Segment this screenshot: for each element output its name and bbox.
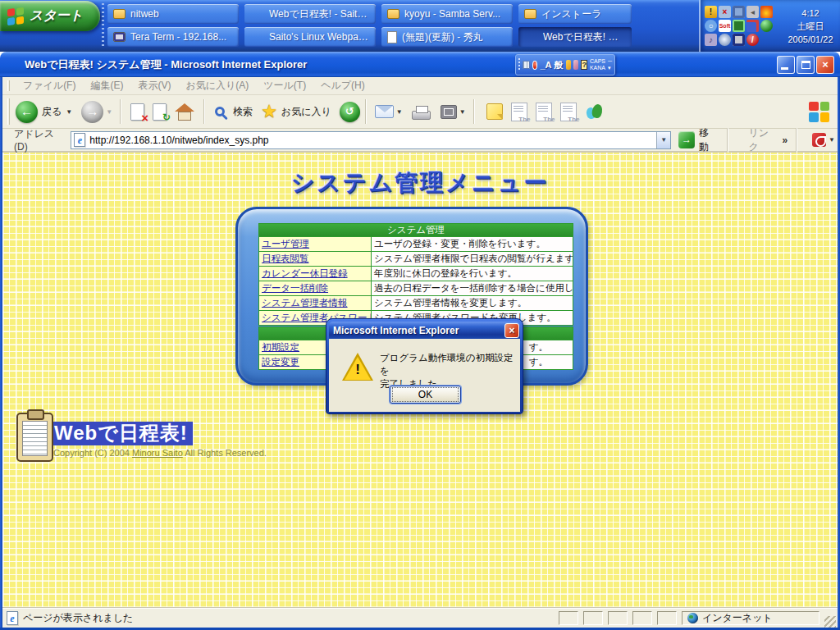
address-input[interactable]: e http://192.168.1.10/nitweb/index_sys.p… <box>71 131 671 149</box>
history-button[interactable]: ↺ <box>340 102 360 122</box>
sticky-note-button[interactable] <box>486 103 503 120</box>
translate-the-icon-3[interactable] <box>560 103 577 121</box>
adobe-pdf-icon[interactable] <box>812 133 826 147</box>
table-row-desc-cell: ユーザの登録・変更・削除を行います。 <box>372 237 573 251</box>
link-user-management[interactable]: ユーザ管理 <box>262 239 309 249</box>
taskbar-button-hidemaru[interactable]: (無題)(更新) - 秀丸 <box>381 27 513 47</box>
favorites-star-icon[interactable]: ★ <box>261 103 277 121</box>
mail-button[interactable] <box>375 105 394 118</box>
display-monitor-icon[interactable] <box>733 20 745 32</box>
link-initial-settings[interactable]: 初期設定 <box>262 342 299 352</box>
link-bulk-delete[interactable]: データ一括削除 <box>262 283 328 293</box>
link-schedule-view[interactable]: 日程表閲覧 <box>262 253 309 263</box>
dialog-titlebar[interactable]: Microsoft Internet Explorer × <box>329 322 520 339</box>
flame-alert-icon[interactable] <box>760 6 773 18</box>
taskbar-button-saitos-linux-webpage[interactable]: Saito's Linux Webpag... <box>244 27 376 47</box>
audio-device-icon[interactable]: ♪ <box>705 34 717 46</box>
link-admin-info[interactable]: システム管理者情報 <box>262 298 348 308</box>
mail-dropdown[interactable]: ▼ <box>396 108 403 116</box>
search-label[interactable]: 検索 <box>233 105 253 119</box>
link-calendar-holiday[interactable]: カレンダー休日登録 <box>262 268 348 278</box>
zone-label: インターネット <box>702 611 773 625</box>
menu-view[interactable]: 表示(V) <box>130 76 178 95</box>
table-header: システム管理 <box>259 224 573 236</box>
taskbar: スタート nitweb Webで日程表! - Saito... kyoyu - … <box>0 0 840 52</box>
volume-icon[interactable]: ◂ <box>746 6 759 18</box>
taskbar-button-teraterm[interactable]: Tera Term - 192.168... <box>107 27 239 47</box>
translate-the-icon-1[interactable] <box>511 103 527 121</box>
resize-dropdown[interactable]: ▼ <box>459 108 466 116</box>
ime-palette-icon[interactable] <box>566 60 571 70</box>
forward-dropdown[interactable]: ▼ <box>106 108 112 116</box>
taskbar-button-nitweb[interactable]: nitweb <box>107 4 239 24</box>
favorites-label[interactable]: お気に入り <box>281 105 331 119</box>
dialog-ok-button[interactable]: OK <box>390 386 461 404</box>
messenger-button[interactable] <box>585 103 604 121</box>
status-green-ball-icon[interactable] <box>760 20 773 32</box>
menu-tools[interactable]: ツール(T) <box>256 76 313 95</box>
forward-button[interactable]: → <box>81 101 103 123</box>
blocked-sign-icon[interactable]: / <box>746 34 759 46</box>
minimize-button[interactable] <box>777 56 795 74</box>
soft-updater-icon[interactable]: Soft <box>719 20 731 32</box>
keyboard-icon[interactable] <box>523 61 530 69</box>
back-label[interactable]: 戻る <box>42 105 62 119</box>
address-dropdown[interactable]: ▼ <box>656 132 670 148</box>
taskbar-button-installer[interactable]: インストーラ <box>518 4 632 24</box>
resize-page-button[interactable] <box>441 105 457 119</box>
author-link[interactable]: Minoru Saito <box>132 448 183 458</box>
back-button[interactable]: ← <box>16 101 38 123</box>
ime-caps-kana: CAPSKANA <box>590 58 605 71</box>
print-button[interactable] <box>412 111 431 120</box>
links-label: リンク <box>748 126 777 154</box>
search-magnifier-icon[interactable]: ○ <box>705 20 717 32</box>
ime-status-icon[interactable] <box>532 61 538 70</box>
taskbar-button-kyoyu-samba[interactable]: kyoyu - Samba Serv... <box>381 4 513 24</box>
stop-button[interactable]: × <box>130 103 144 121</box>
pdf-dropdown[interactable]: ▼ <box>829 136 835 144</box>
ime-pad-icon[interactable] <box>573 60 578 70</box>
security-shield-icon[interactable]: ! <box>705 6 717 18</box>
ime-help-icon[interactable]: ? <box>581 60 587 70</box>
search-icon[interactable] <box>215 107 225 116</box>
links-chevron[interactable]: » <box>782 135 788 146</box>
standard-toolbar: ← 戻る ▼ → ▼ × ↻ 検索 ★ お気に入り ↺ ▼ ▼ <box>2 95 838 129</box>
tweak-panel-icon[interactable] <box>746 20 759 32</box>
network-computers-icon[interactable] <box>733 6 745 18</box>
menu-file[interactable]: ファイル(F) <box>16 76 83 95</box>
go-button[interactable]: → 移動 <box>678 126 717 154</box>
refresh-button[interactable]: ↻ <box>153 103 167 121</box>
translate-the-icon-2[interactable] <box>536 103 552 121</box>
address-url[interactable]: http://192.168.1.10/nitweb/index_sys.php <box>89 135 652 146</box>
toolbar-grip[interactable] <box>7 98 10 125</box>
ime-conversion-mode[interactable]: 般 <box>555 59 564 71</box>
table-row-link-cell: カレンダー休日登録 <box>259 267 371 281</box>
close-button[interactable]: × <box>816 56 834 74</box>
menu-favorites[interactable]: お気に入り(A) <box>178 76 256 95</box>
cd-drive-icon[interactable] <box>719 34 731 46</box>
copyright-suffix: All Rights Reserved. <box>183 448 267 458</box>
back-dropdown[interactable]: ▼ <box>66 108 72 116</box>
status-cell <box>559 611 578 625</box>
ime-grip[interactable] <box>518 58 520 71</box>
dialog-close-button[interactable]: × <box>504 323 519 338</box>
maximize-button[interactable] <box>797 56 815 74</box>
network-disconnected-icon[interactable]: × <box>719 6 731 18</box>
tray-clock[interactable]: 4:12 土曜日 2005/01/22 <box>784 7 840 46</box>
menu-help[interactable]: ヘルプ(H) <box>313 76 372 95</box>
start-button[interactable]: スタート <box>0 1 100 31</box>
toolbar-grip[interactable] <box>7 80 10 91</box>
menu-edit[interactable]: 編集(E) <box>83 76 130 95</box>
resize-grip[interactable] <box>824 616 836 628</box>
ime-minimize-chevron[interactable]: ─▾ <box>608 58 612 71</box>
taskbar-button-web-schedule-system-active[interactable]: Webで日程表! システ... <box>518 27 632 47</box>
security-zone: インターネット <box>682 611 819 625</box>
link-change-settings[interactable]: 設定変更 <box>262 357 299 367</box>
taskbar-button-web-schedule-saito[interactable]: Webで日程表! - Saito... <box>244 4 376 24</box>
ime-input-mode[interactable]: _A <box>540 60 551 70</box>
ime-language-bar[interactable]: _A 般 ? CAPSKANA ─▾ <box>515 54 615 75</box>
maximize-glyph <box>801 61 810 69</box>
window-titlebar[interactable]: Webで日程表! システム管理 - Microsoft Internet Exp… <box>0 52 840 77</box>
home-button[interactable] <box>174 103 195 121</box>
display-settings-icon[interactable] <box>733 34 745 46</box>
